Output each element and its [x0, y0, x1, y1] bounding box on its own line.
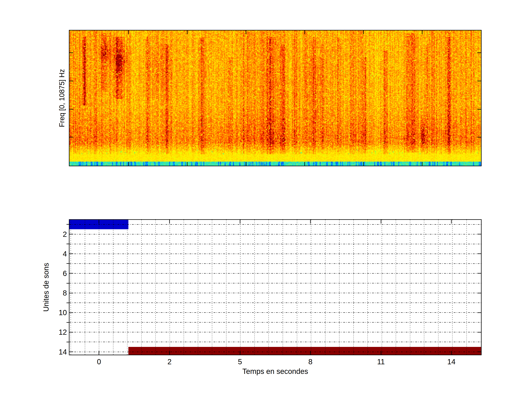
- x-tick: [381, 351, 381, 355]
- spectrogram-y-tick: [477, 137, 481, 137]
- grid-line-vertical: [466, 220, 467, 355]
- x-tick: [451, 351, 452, 355]
- grid-line-vertical: [382, 220, 382, 355]
- unit-bar-14: [128, 347, 481, 355]
- y-minor-tick: [66, 303, 69, 303]
- x-tick: [381, 220, 381, 223]
- y-minor-tick: [66, 224, 69, 225]
- y-tick-label: 12: [56, 329, 67, 336]
- grid-line-vertical: [85, 220, 85, 355]
- y-minor-tick: [66, 263, 69, 264]
- y-tick: [477, 234, 481, 234]
- grid-line-vertical: [226, 220, 227, 355]
- spectrogram-x-tick: [187, 162, 188, 166]
- grid-line-horizontal: [70, 303, 481, 303]
- grid-line-vertical: [141, 220, 142, 355]
- x-tick: [310, 220, 311, 223]
- spectrogram-image: [70, 31, 481, 166]
- grid-line-horizontal: [70, 224, 481, 225]
- x-tick: [99, 351, 99, 355]
- x-tick-label: 8: [308, 358, 312, 365]
- grid-line-vertical: [198, 220, 198, 355]
- x-tick: [310, 351, 311, 355]
- spectrogram-y-tick: [477, 109, 481, 109]
- grid-line-vertical: [452, 220, 453, 355]
- grid-line-vertical: [424, 220, 424, 355]
- y-minor-tick: [66, 322, 69, 323]
- y-tick: [70, 234, 73, 234]
- x-tick: [169, 220, 170, 223]
- spectrogram-y-tick: [70, 109, 73, 109]
- grid-line-horizontal: [70, 352, 481, 352]
- grid-line-horizontal: [70, 234, 481, 234]
- spectrogram-x-tick: [128, 31, 129, 34]
- y-tick: [70, 352, 73, 352]
- grid-line-vertical: [99, 220, 99, 355]
- grid-line-horizontal: [70, 312, 481, 313]
- grid-line-vertical: [70, 220, 71, 355]
- x-tick: [451, 220, 452, 223]
- grid-line-horizontal: [70, 263, 481, 264]
- grid-line-vertical: [353, 220, 354, 355]
- units-plot: Unites de sons Temps en secondes 0258111…: [69, 219, 481, 355]
- grid-line-vertical: [325, 220, 325, 355]
- spectrogram-x-tick: [363, 162, 364, 166]
- y-tick-label: 14: [56, 348, 67, 356]
- grid-line-horizontal: [70, 332, 481, 332]
- spectrogram-x-tick: [304, 162, 305, 166]
- grid-line-vertical: [113, 220, 114, 355]
- grid-line-horizontal: [70, 293, 481, 293]
- grid-line-vertical: [396, 220, 396, 355]
- y-tick: [477, 293, 481, 293]
- y-tick: [70, 273, 73, 273]
- units-x-axis-label: Temps en secondes: [242, 367, 308, 375]
- spectrogram-y-tick: [477, 81, 481, 81]
- grid-line-vertical: [367, 220, 368, 355]
- grid-line-vertical: [212, 220, 212, 355]
- spectrogram-y-axis-label: Freq [0, 10875] Hz: [58, 69, 66, 127]
- x-tick: [240, 220, 240, 223]
- grid-line-vertical: [127, 220, 127, 355]
- spectrogram-plot: Freq [0, 10875] Hz: [69, 30, 481, 166]
- grid-line-horizontal: [70, 322, 481, 323]
- y-tick: [477, 312, 481, 313]
- y-tick: [477, 273, 481, 273]
- y-minor-tick: [66, 283, 69, 284]
- y-tick: [70, 253, 73, 254]
- x-tick: [99, 220, 99, 223]
- y-tick-label: 10: [56, 309, 67, 316]
- grid-line-vertical: [297, 220, 297, 355]
- grid-line-vertical: [184, 220, 184, 355]
- spectrogram-x-tick: [363, 31, 364, 34]
- grid-line-vertical: [283, 220, 283, 355]
- spectrogram-x-tick: [422, 162, 423, 166]
- spectrogram-x-tick: [128, 162, 129, 166]
- grid-line-horizontal: [70, 244, 481, 244]
- spectrogram-x-tick: [187, 31, 188, 34]
- x-tick-label: 11: [377, 358, 385, 365]
- grid-line-vertical: [410, 220, 410, 355]
- grid-line-vertical: [170, 220, 170, 355]
- x-tick: [240, 351, 240, 355]
- spectrogram-x-tick: [304, 31, 305, 34]
- y-tick: [477, 332, 481, 332]
- spectrogram-y-tick: [70, 81, 73, 81]
- grid-line-vertical: [339, 220, 340, 355]
- spectrogram-y-tick: [477, 52, 481, 53]
- y-tick: [70, 293, 73, 293]
- x-tick-label: 2: [168, 358, 172, 365]
- grid-line-vertical: [268, 220, 269, 355]
- grid-line-vertical: [240, 220, 241, 355]
- y-minor-tick: [66, 244, 69, 244]
- grid-line-horizontal: [70, 273, 481, 273]
- spectrogram-y-tick: [70, 137, 73, 137]
- grid-line-horizontal: [70, 283, 481, 283]
- spectrogram-x-tick: [246, 162, 246, 166]
- y-tick: [477, 352, 481, 352]
- y-minor-tick: [66, 342, 69, 342]
- y-tick-label: 8: [56, 289, 67, 297]
- y-tick-label: 4: [56, 250, 67, 258]
- y-tick: [70, 332, 73, 332]
- x-tick-label: 0: [97, 358, 101, 365]
- y-tick: [477, 253, 481, 254]
